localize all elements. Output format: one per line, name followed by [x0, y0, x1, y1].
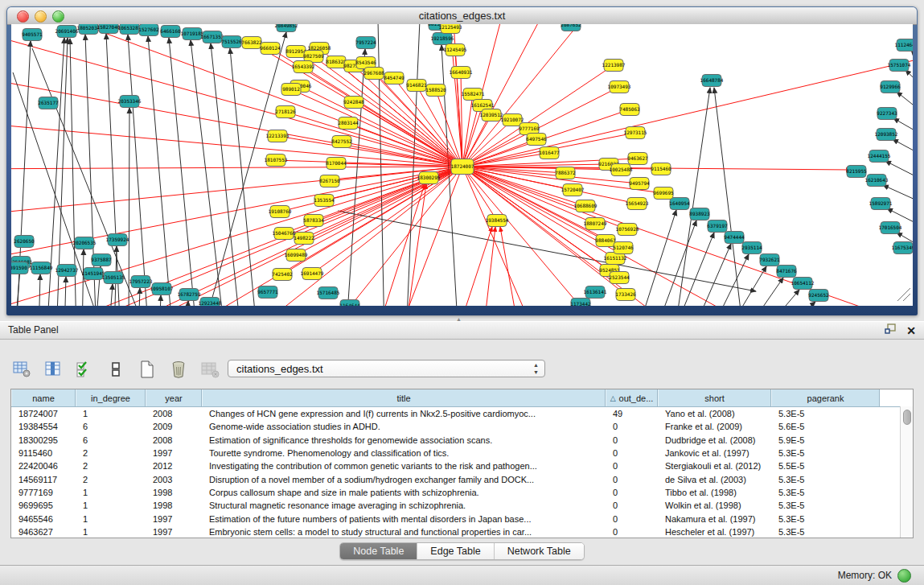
table-row[interactable]: 969969511998Structural magnetic resonanc… [11, 499, 913, 512]
memory-ok-icon[interactable] [897, 569, 911, 583]
network-edge[interactable] [32, 167, 462, 306]
table-cell[interactable]: 18300295 [11, 435, 76, 445]
tab-edge-table[interactable]: Edge Table [417, 543, 494, 559]
network-edge[interactable] [906, 70, 913, 97]
network-edge[interactable] [138, 288, 140, 306]
network-edge[interactable] [450, 227, 492, 306]
network-edge[interactable] [462, 167, 913, 306]
table-cell[interactable]: 49 [606, 409, 658, 418]
table-row[interactable]: 946362711997Embryonic stem cells: a mode… [11, 525, 913, 538]
table-cell[interactable]: 18724007 [11, 409, 76, 418]
table-cell[interactable]: 0 [606, 488, 658, 497]
table-cell[interactable]: 1 [76, 514, 146, 524]
network-edge[interactable] [169, 38, 197, 306]
table-cell[interactable]: 14569117 [11, 475, 76, 484]
table-row[interactable]: 946554611997Estimation of the future num… [11, 512, 913, 525]
network-edge[interactable] [462, 48, 913, 167]
table-cell[interactable]: 1997 [146, 448, 202, 458]
table-cell[interactable]: Structural magnetic resonance image aver… [202, 501, 606, 510]
table-row[interactable]: 977716911998Corpus callosum shape and si… [11, 486, 913, 499]
table-row[interactable]: 2242004622012Investigating the contribut… [11, 459, 913, 472]
column-header-name[interactable]: name [11, 389, 76, 406]
table-row[interactable]: 911546021997Tourette syndrome. Phenomeno… [11, 447, 913, 459]
table-cell[interactable]: Franke et al. (2009) [658, 422, 771, 431]
table-cell[interactable]: 0 [606, 527, 658, 537]
network-edge[interactable] [11, 167, 462, 306]
table-cell[interactable]: 5.3E-5 [771, 514, 880, 524]
network-edge[interactable] [897, 92, 913, 121]
table-cell[interactable]: 6 [76, 435, 146, 445]
table-cell[interactable]: Genome-wide association studies in ADHD. [202, 422, 606, 431]
table-cell[interactable]: 5.9E-5 [771, 435, 880, 445]
table-cell[interactable]: Disruption of a novel member of a sodium… [202, 475, 606, 484]
table-cell[interactable]: 5.5E-5 [771, 461, 880, 471]
vertical-scrollbar[interactable] [900, 406, 913, 538]
table-selector-dropdown[interactable]: citations_edges.txt ▲▼ [228, 360, 545, 377]
table-cell[interactable]: 0 [606, 461, 658, 471]
network-edge[interactable] [758, 290, 799, 306]
table-cell[interactable]: Investigating the contribution of common… [202, 461, 606, 471]
network-edge[interactable] [911, 50, 913, 75]
table-cell[interactable]: 2 [76, 475, 146, 484]
select-all-rows-icon[interactable] [74, 359, 95, 380]
table-cell[interactable]: 5.3E-5 [771, 448, 880, 458]
table-cell[interactable]: Estimation of the future numbers of pati… [202, 514, 606, 524]
network-edge[interactable] [462, 167, 497, 220]
table-cell[interactable]: 9699695 [11, 501, 76, 510]
column-header-pagerank[interactable]: pagerank [771, 389, 880, 406]
network-edge[interactable] [386, 167, 462, 306]
table-cell[interactable]: Jankovic et al. (1997) [658, 448, 771, 458]
show-columns-icon[interactable] [43, 359, 64, 380]
network-canvas[interactable]: 9405571206914061805203415827040106532871… [11, 24, 913, 306]
table-cell[interactable]: 5.3E-5 [771, 475, 880, 484]
table-cell[interactable]: de Silva et al. (2003) [658, 475, 771, 484]
table-cell[interactable]: 9777169 [11, 488, 76, 497]
table-cell[interactable]: 2003 [146, 475, 202, 484]
table-cell[interactable]: Stergiakouli et al. (2012) [658, 461, 771, 471]
table-cell[interactable]: 5.3E-5 [771, 527, 880, 537]
create-column-icon[interactable] [137, 359, 158, 380]
network-edge[interactable] [885, 161, 913, 185]
table-cell[interactable]: 0 [606, 422, 658, 431]
table-cell[interactable]: Tibbo et al. (1998) [658, 488, 771, 497]
network-edge[interactable] [378, 24, 384, 306]
network-edge[interactable] [893, 139, 913, 161]
network-edge[interactable] [39, 274, 40, 306]
network-edge[interactable] [129, 108, 129, 306]
network-edge[interactable] [159, 295, 161, 306]
table-cell[interactable]: 22420046 [11, 461, 76, 471]
table-cell[interactable]: 5.3E-5 [771, 409, 880, 418]
selection-mode-icon[interactable] [105, 359, 126, 380]
table-cell[interactable]: 1 [76, 501, 146, 510]
column-header-short[interactable]: short [658, 389, 771, 406]
network-window-titlebar[interactable]: citations_edges.txt [7, 7, 917, 25]
table-cell[interactable]: 1 [76, 409, 146, 418]
table-cell[interactable]: 0 [606, 501, 658, 510]
table-cell[interactable]: 6 [76, 422, 146, 431]
table-cell[interactable]: 0 [606, 448, 658, 458]
resize-grip-icon[interactable] [897, 288, 910, 301]
column-header-year[interactable]: year [146, 389, 202, 406]
column-header-in_degree[interactable]: in_degree [76, 389, 146, 406]
table-row[interactable]: 1938455462009Genome-wide association stu… [11, 420, 913, 433]
table-cell[interactable]: Yano et al. (2008) [658, 409, 771, 418]
network-edge[interactable] [893, 118, 913, 141]
network-edge[interactable] [148, 36, 173, 306]
close-panel-icon[interactable]: ✕ [906, 324, 916, 337]
table-cell[interactable]: Dudbridge et al. (2008) [658, 435, 771, 445]
table-cell[interactable]: Estimation of significance thresholds fo… [202, 435, 606, 445]
network-edge[interactable] [291, 89, 462, 167]
float-window-icon[interactable] [885, 323, 897, 338]
table-cell[interactable]: Embryonic stem cells: a model to study s… [202, 527, 606, 537]
delete-column-icon[interactable] [168, 359, 189, 380]
table-cell[interactable]: 2 [76, 461, 146, 471]
table-cell[interactable]: 2008 [146, 409, 202, 418]
network-edge[interactable] [500, 227, 523, 306]
table-row[interactable]: 1830029562008Estimation of significance … [11, 434, 913, 447]
table-mode-icon[interactable] [11, 359, 32, 380]
column-header-out_de[interactable]: △out_de... [606, 389, 658, 406]
network-edge[interactable] [708, 254, 749, 306]
network-edge[interactable] [64, 277, 66, 306]
table-cell[interactable]: Nakamura et al. (1997) [658, 514, 771, 524]
table-cell[interactable]: Wolkin et al. (1998) [658, 501, 771, 510]
